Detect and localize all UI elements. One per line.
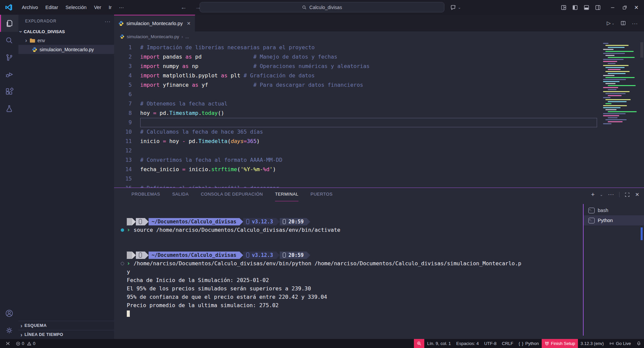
command-center-search[interactable]: Calculo_divisas xyxy=(200,2,444,12)
editor-more-actions-icon[interactable]: ··· xyxy=(632,20,638,26)
minimap-line xyxy=(608,47,625,48)
window-minimize-icon[interactable] xyxy=(610,5,615,10)
activity-extensions[interactable] xyxy=(0,83,18,100)
activity-accounts[interactable] xyxy=(0,305,18,322)
split-editor-icon[interactable] xyxy=(621,20,626,26)
maximize-panel-icon[interactable] xyxy=(625,192,630,197)
code-line-3[interactable]: 3import numpy as np # Operaciones numéri… xyxy=(114,62,644,71)
new-terminal-icon[interactable]: + xyxy=(591,191,595,198)
menu-seleccin[interactable]: Selección xyxy=(62,3,90,12)
code-line-15[interactable]: 15 xyxy=(114,174,644,184)
terminal-scrollbar[interactable] xyxy=(641,227,643,240)
menu-editar[interactable]: Editar xyxy=(42,3,62,12)
tree-item-simulacion-montecarlo[interactable]: simulacion_Montecarlo.py xyxy=(18,45,114,54)
terminal-instance-python[interactable]: ›_Python xyxy=(584,215,644,225)
code-text: hoy = pd.Timestamp.today() xyxy=(140,109,224,118)
panel-tab-salida[interactable]: SALIDA xyxy=(172,188,189,201)
code-line-16[interactable]: 16# Definimos el símbolo bursátil a desc… xyxy=(114,184,644,188)
panel-tab-terminal[interactable]: TERMINAL xyxy=(275,188,299,201)
panel-tab-consola-de-depuraci-n[interactable]: CONSOLA DE DEPURACIÓN xyxy=(201,188,263,201)
window-restore-icon[interactable] xyxy=(622,5,627,10)
customize-layout-icon[interactable] xyxy=(561,5,567,10)
activity-settings[interactable] xyxy=(0,322,18,339)
problems-indicator[interactable]: 0 0 xyxy=(14,339,37,348)
code-line-1[interactable]: 1# Importación de librerías necesarias p… xyxy=(114,43,644,52)
tab-close-icon[interactable]: ✕ xyxy=(187,21,191,26)
code-line-8[interactable]: 8hoy = pd.Timestamp.today() xyxy=(114,109,644,118)
menu-archivo[interactable]: Archivo xyxy=(18,3,42,12)
menu-[interactable]: ··· xyxy=(115,3,128,12)
code-line-9[interactable]: 9 xyxy=(114,118,644,127)
status-notifications[interactable] xyxy=(634,339,644,348)
code-line-11[interactable]: 11inicio = hoy - pd.Timedelta(days=365) xyxy=(114,137,644,146)
sidebar-more-actions-icon[interactable]: ··· xyxy=(105,18,111,24)
minimap-line xyxy=(605,109,616,110)
status-python-interpreter[interactable]: 3.12.3 (env) xyxy=(578,339,606,348)
code-line-5[interactable]: 5import yfinance as yf # Para descargar … xyxy=(114,80,644,90)
panel-more-actions-icon[interactable]: ··· xyxy=(608,192,614,198)
toggle-sidebar-icon[interactable] xyxy=(572,5,578,10)
line-number: 3 xyxy=(114,62,140,71)
panel-tab-puertos[interactable]: PUERTOS xyxy=(311,188,333,201)
activity-explorer[interactable] xyxy=(0,15,18,32)
close-panel-icon[interactable]: ✕ xyxy=(635,192,639,198)
code-line-7[interactable]: 7# Obtenemos la fecha actual xyxy=(114,99,644,109)
powerline-arrow-icon xyxy=(145,218,149,225)
minimap-line xyxy=(608,121,623,122)
window-close-icon[interactable]: ✕ xyxy=(634,4,639,11)
terminal-output[interactable]: ~/Documentos/Calculo_divisasv3.12.320:59… xyxy=(114,201,583,339)
toggle-panel-icon[interactable] xyxy=(584,5,589,10)
code-line-12[interactable]: 12 xyxy=(114,146,644,155)
status-eol-sequence[interactable]: CRLF xyxy=(499,339,516,348)
activity-search[interactable] xyxy=(0,32,18,49)
terminal-dropdown-icon[interactable]: ⌄ xyxy=(600,193,603,197)
code-line-4[interactable]: 4import matplotlib.pyplot as plt # Grafi… xyxy=(114,71,644,80)
editor-scrollbar[interactable] xyxy=(640,42,643,58)
code-line-2[interactable]: 2import pandas as pd # Manejo de datos y… xyxy=(114,52,644,62)
missing-glyph-icon xyxy=(139,253,142,258)
code-line-14[interactable]: 14fecha_inicio = inicio.strftime('%Y-%m-… xyxy=(114,165,644,174)
minimap-line xyxy=(608,95,622,96)
breadcrumb-more[interactable]: ... xyxy=(185,34,189,39)
pane-esquema[interactable]: › ESQUEMA xyxy=(18,321,114,330)
code-line-13[interactable]: 13# Convertimos la fecha al formato AAAA… xyxy=(114,155,644,165)
activity-run-debug[interactable] xyxy=(0,66,18,83)
terminal-block: ~/Documentos/Calculo_divisasv3.12.320:59… xyxy=(118,217,583,234)
menu-ir[interactable]: Ir xyxy=(105,3,115,12)
minimap-line xyxy=(605,93,626,94)
status-encoding[interactable]: UTF-8 xyxy=(481,339,499,348)
status-cursor-position[interactable]: Lín. 9, col. 1 xyxy=(424,339,453,348)
breadcrumb-file[interactable]: simulacion_Montecarlo.py xyxy=(127,34,179,39)
tree-root-calculo-divisas[interactable]: › CALCULO_DIVISAS xyxy=(18,27,114,36)
status-finish-setup[interactable]: Finish Setup xyxy=(542,339,578,348)
code-text: # Obtenemos la fecha actual xyxy=(140,99,227,109)
toggle-secondary-sidebar-icon[interactable] xyxy=(595,5,601,10)
status-indentation[interactable]: Espacios: 4 xyxy=(453,339,481,348)
command-decoration-icon[interactable] xyxy=(118,262,127,265)
code-line-10[interactable]: 10# Calculamos la fecha de hace 365 días xyxy=(114,127,644,137)
missing-glyph-icon xyxy=(283,219,286,224)
tree-item-env[interactable]: › env xyxy=(18,36,114,45)
code-text: # Importación de librerías necesarias pa… xyxy=(140,43,315,52)
menu-ver[interactable]: Ver xyxy=(90,3,105,12)
run-python-file-icon[interactable]: ▷⌄ xyxy=(607,20,614,26)
minimap-line xyxy=(603,59,624,60)
minimap[interactable] xyxy=(603,43,638,125)
pane-linea-de-tiempo[interactable]: › LÍNEA DE TIEMPO xyxy=(18,330,114,339)
code-editor[interactable]: 1# Importación de librerías necesarias p… xyxy=(114,42,644,188)
remote-indicator[interactable] xyxy=(3,339,12,348)
command-decoration-icon[interactable] xyxy=(118,228,127,232)
code-line-6[interactable]: 6 xyxy=(114,90,644,99)
activity-source-control[interactable] xyxy=(0,49,18,66)
status-zoom-indicator[interactable] xyxy=(414,339,424,348)
breadcrumb[interactable]: simulacion_Montecarlo.py › ... xyxy=(114,31,644,42)
copilot-dropdown-icon[interactable]: ⌄ xyxy=(458,5,461,10)
copilot-chat-icon[interactable] xyxy=(450,4,457,11)
status-language-mode[interactable]: { }Python xyxy=(516,339,541,348)
tab-simulacion-montecarlo[interactable]: simulacion_Montecarlo.py ✕ xyxy=(114,15,195,31)
nav-back-icon[interactable]: ← xyxy=(180,4,187,11)
status-go-live[interactable]: Go Live xyxy=(606,339,634,348)
terminal-instance-bash[interactable]: ›_bash xyxy=(584,205,644,215)
panel-tab-problemas[interactable]: PROBLEMAS xyxy=(131,188,160,201)
activity-testing[interactable] xyxy=(0,100,18,117)
